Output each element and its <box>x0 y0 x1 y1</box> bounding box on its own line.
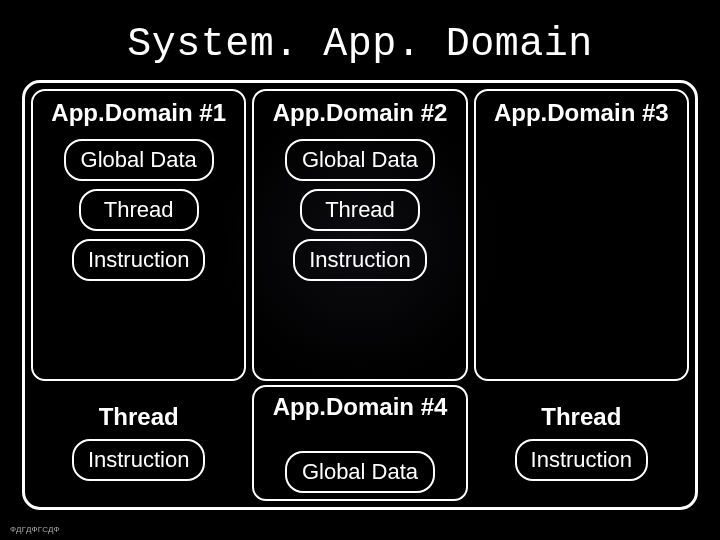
appdomain-3: App.Domain #3 <box>474 89 689 381</box>
bottom-left-instruction: Instruction <box>72 439 206 481</box>
process-container: App.Domain #1 Global Data Thread Instruc… <box>22 80 698 510</box>
appdomain-4-global-data: Global Data <box>285 451 435 493</box>
footer-text: ФДГДФГСДФ <box>10 525 60 534</box>
appdomain-2: App.Domain #2 Global Data Thread Instruc… <box>252 89 467 381</box>
appdomain-1-global-data: Global Data <box>64 139 214 181</box>
bottom-left-thread: Thread <box>99 403 179 431</box>
top-row: App.Domain #1 Global Data Thread Instruc… <box>31 89 689 381</box>
appdomain-2-title: App.Domain #2 <box>273 99 448 127</box>
appdomain-2-instruction: Instruction <box>293 239 427 281</box>
bottom-right-instruction: Instruction <box>515 439 649 481</box>
appdomain-2-global-data: Global Data <box>285 139 435 181</box>
appdomain-2-thread: Thread <box>300 189 420 231</box>
page-title: System. App. Domain <box>0 0 720 85</box>
appdomain-1: App.Domain #1 Global Data Thread Instruc… <box>31 89 246 381</box>
bottom-left: Thread Instruction <box>31 385 246 501</box>
appdomain-1-title: App.Domain #1 <box>51 99 226 127</box>
appdomain-1-thread: Thread <box>79 189 199 231</box>
appdomain-1-instruction: Instruction <box>72 239 206 281</box>
appdomain-3-title: App.Domain #3 <box>494 99 669 127</box>
appdomain-4-title: App.Domain #4 <box>273 393 448 421</box>
bottom-right-thread: Thread <box>541 403 621 431</box>
appdomain-4: App.Domain #4 Global Data <box>252 385 467 501</box>
bottom-row: Thread Instruction App.Domain #4 Global … <box>31 385 689 501</box>
bottom-right: Thread Instruction <box>474 385 689 501</box>
